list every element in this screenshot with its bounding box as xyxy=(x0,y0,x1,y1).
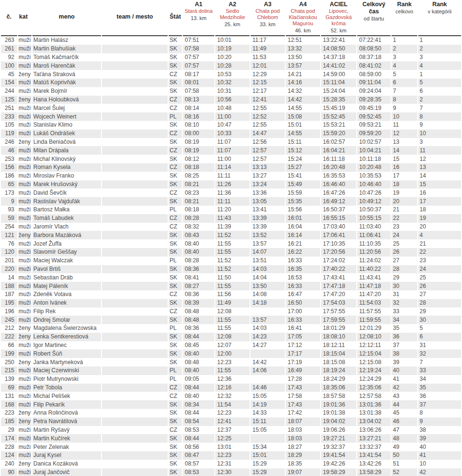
table-row[interactable]: 254mužiJaromír VlachCZ08:3211:3913:3916:… xyxy=(1,223,461,231)
cell-a3: 14:27 xyxy=(251,341,285,350)
table-row[interactable]: 253mužiMichal KlinovskýSK08:1211:0012:57… xyxy=(1,155,461,163)
cell-a3: 11:53 xyxy=(251,53,285,62)
col-header-a1[interactable]: A1 Stará dolina 13. km xyxy=(183,0,214,36)
table-row[interactable]: 246ženyLinda BeniačováSK08:1911:0712:561… xyxy=(1,138,461,147)
table-row[interactable]: 188mužiMatej PáleníkSK08:2711:5513:5016:… xyxy=(1,282,461,290)
table-row[interactable]: 120mužiSlavomír GeššaySK08:4011:5514:071… xyxy=(1,248,461,257)
table-row[interactable]: 174mužiMartin KučírekSK08:4412:2518:0319… xyxy=(1,434,461,443)
table-row[interactable]: 121ženyBarbora MazákováSK08:4311:5213:52… xyxy=(1,231,461,239)
cell-name: Danica Kozáková xyxy=(32,460,101,468)
table-row[interactable]: 244mužiMarek BojmírSK07:5810:3112:1714:3… xyxy=(1,87,461,96)
cell-stat: CZ xyxy=(169,129,182,138)
cell-name: Maciej Walczak xyxy=(32,257,101,265)
table-row[interactable]: 196mužiFilip RekCZ08:4812:0817:0017:57:5… xyxy=(1,307,461,316)
table-row[interactable]: 187mužiZdeněk VotavaCZ08:3611:5614:0816:… xyxy=(1,290,461,299)
table-row[interactable]: 125ženyHana HoloubkováCZ08:1310:5612:411… xyxy=(1,96,461,104)
table-row[interactable]: 261mužiMartin BlahušiakSK07:5810:1911:49… xyxy=(1,45,461,53)
table-row[interactable]: 245mužiOndrej SmolarSK08:4811:5513:5716:… xyxy=(1,316,461,324)
cell-total: 12:15:08 xyxy=(357,358,391,367)
cell-a2: 11:07 xyxy=(215,138,250,147)
cell-a4: 15:41 xyxy=(286,172,320,180)
table-row[interactable]: 124mužiJuraj KyselSK08:4712:2315:0118:29… xyxy=(1,451,461,460)
table-row[interactable]: 29mužiMartin RyšavýCZ08:5312:3715:0518:0… xyxy=(1,426,461,435)
cell-a1: 08:18 xyxy=(183,163,214,172)
table-row[interactable]: 93mužiBartosz MałkaPL08:1811:2013:4115:5… xyxy=(1,206,461,214)
cell-total: 10:02:57 xyxy=(357,138,391,147)
table-row[interactable]: 100mužiMaroš HarenčákSK07:5710:2812:0113… xyxy=(1,61,461,70)
table-row[interactable]: 139mužiPiotr MutrynowskiPL09:0512:3617:2… xyxy=(1,375,461,384)
table-row[interactable]: 154mužiMatúš KoprivňákSK08:0110:3212:151… xyxy=(1,79,461,87)
table-row[interactable]: 59mužiTomáš LabudekCZ08:2811:4313:3916:0… xyxy=(1,214,461,223)
cell-total: 13:32:37 xyxy=(357,443,391,451)
table-row[interactable]: 173mužiDavid ŠevčíkCZ08:2311:3613:3615:5… xyxy=(1,188,461,197)
col-header-kat[interactable]: kat xyxy=(18,0,31,36)
table-row[interactable]: 90mužiJuraj JančovičSK08:5312:3015:2919:… xyxy=(1,468,461,476)
cell-stat: SK xyxy=(169,138,182,147)
col-header-bib[interactable]: č. xyxy=(1,0,17,36)
table-row[interactable]: 201mužiMaciej WalczakPL08:2811:5213:5116… xyxy=(1,257,461,265)
table-row[interactable]: 65mužiMarek HrušovskýSK08:2111:2613:2415… xyxy=(1,180,461,189)
table-row[interactable]: 131mužiMichal PelíšekCZ08:4012:3215:0517… xyxy=(1,392,461,400)
col-header-a2[interactable]: A2 Sedlo Medziholie 25. km xyxy=(215,0,250,36)
table-row[interactable]: 212ženyMagdalena ŚwierzowskaPL08:3611:55… xyxy=(1,324,461,333)
cell-rank-category: 33 xyxy=(418,367,461,375)
col-header-a3[interactable]: A3 Chata pod Chlebom 33. km xyxy=(251,0,285,36)
table-row[interactable]: 186mužiMiroslav FrankoSK08:2511:1113:271… xyxy=(1,172,461,180)
cell-team xyxy=(102,349,168,358)
table-row[interactable]: 228mužiPeter ZelenakSK08:5613:0115:3418:… xyxy=(1,443,461,451)
table-row[interactable]: 199mužiRobert ŠúňSK08:4012:0017:1718:15:… xyxy=(1,349,461,358)
table-row[interactable]: 185ženyPetra NavrátilováSK08:5412:4115:1… xyxy=(1,417,461,426)
cell-a1: 08:48 xyxy=(183,307,214,316)
col-header-stat[interactable]: Štát xyxy=(169,0,182,36)
table-row[interactable]: 195mužiAnton IvánekSK08:3911:4914:1816:5… xyxy=(1,299,461,307)
cell-a3: 14:42 xyxy=(251,358,285,367)
cell-a2: 11:54 xyxy=(215,400,250,409)
cell-a2: 12:07 xyxy=(215,341,250,350)
cell-kat: muži xyxy=(18,265,31,274)
cell-kat: muži xyxy=(18,239,31,248)
cell-rank-overall: 20 xyxy=(392,197,417,206)
cell-rank-overall: 26 xyxy=(392,248,417,257)
cell-rank-category: 36 xyxy=(418,392,461,400)
col-header-rank-category[interactable]: Rank v kategórii xyxy=(418,0,461,36)
cell-rank-overall: 25 xyxy=(392,239,417,248)
table-row[interactable]: 222ženyLenka SentkerestiováSK08:4412:081… xyxy=(1,333,461,341)
table-row[interactable]: 76mužiJozef ŽuffaSK08:4011:5513:5716:211… xyxy=(1,239,461,248)
cell-kat: muži xyxy=(18,163,31,172)
cell-a2: 11:55 xyxy=(215,248,250,257)
table-row[interactable]: 156mužiRoman KyselaCZ08:1811:1413:1315:2… xyxy=(1,163,461,172)
cell-bib: 76 xyxy=(1,239,17,248)
table-row[interactable]: 9mužiRastislav VajduľákSK08:2111:1113:05… xyxy=(1,197,461,206)
table-row[interactable]: 14mužiSebastian DrábSK08:4111:5014:0416:… xyxy=(1,273,461,282)
table-row[interactable]: 46mužiMilan DrápalaCZ08:1911:0712:5715:1… xyxy=(1,146,461,155)
table-row[interactable]: 251mužiMarcel ŠulejCZ08:1410:4812:5514:5… xyxy=(1,104,461,112)
table-row[interactable]: 105mužiStanislav KlimoSK08:1010:4712:551… xyxy=(1,121,461,129)
table-row[interactable]: 215mužiMaciej CzerwinskiPL08:4011:5514:0… xyxy=(1,367,461,375)
cell-name: Stanislav Klimo xyxy=(32,121,101,129)
table-row[interactable]: 240ženyDanica KozákováSK08:5712:3115:291… xyxy=(1,460,461,468)
table-row[interactable]: 69mužiPetr TobolaCZ08:4412:1614:4617:431… xyxy=(1,384,461,392)
table-row[interactable]: 45ženyTaťána StrakováCZ08:1710:5312:2914… xyxy=(1,70,461,79)
table-row[interactable]: 92mužiTomáš KačmarčíkSK07:5710:2011:5313… xyxy=(1,53,461,62)
col-header-team[interactable]: team / mesto xyxy=(102,0,168,36)
col-header-total-time[interactable]: Celkový čas od štartu xyxy=(357,0,391,36)
table-row[interactable]: 223ženyAnna RolinčinováSK08:4412:2314:33… xyxy=(1,409,461,417)
cell-aciel: 15:53:21 xyxy=(321,121,356,129)
cell-a1: 08:57 xyxy=(183,460,214,468)
table-row[interactable]: 220mužiPavol BrtišSK08:3611:5214:0316:35… xyxy=(1,265,461,274)
table-row[interactable]: 119mužiLukáš OndrášekCZ08:0010:3314:4714… xyxy=(1,129,461,138)
table-row[interactable]: 233mužiWojcech WeinertPL08:1611:0012:521… xyxy=(1,112,461,121)
table-row[interactable]: 250ženyJanka MartynekováSK08:4812:2314:4… xyxy=(1,358,461,367)
col-header-rank-overall[interactable]: Rank celkovo xyxy=(392,0,417,36)
table-row[interactable]: 168mužiFilip PekaríkSK08:3411:5414:1917:… xyxy=(1,400,461,409)
col-header-meno[interactable]: meno xyxy=(32,0,101,36)
cell-stat: PL xyxy=(169,112,182,121)
table-row[interactable]: 66mužiIgor MartinecSK08:4512:0714:2717:1… xyxy=(1,341,461,350)
cell-bib: 251 xyxy=(1,104,17,112)
col-header-aciel[interactable]: ACIEL Lipovec, Gazdovská krčma 52. km xyxy=(321,0,356,36)
cell-aciel: 17:54:03 xyxy=(321,299,356,307)
table-row[interactable]: 263mužiMartin HalászSK07:5110:0111:1712:… xyxy=(1,36,461,45)
col-header-a4[interactable]: A4 Chata pod Klačianskou Magurou 46. km xyxy=(286,0,320,36)
cell-rank-overall: 31 xyxy=(392,290,417,299)
cell-a1: 08:36 xyxy=(183,290,214,299)
